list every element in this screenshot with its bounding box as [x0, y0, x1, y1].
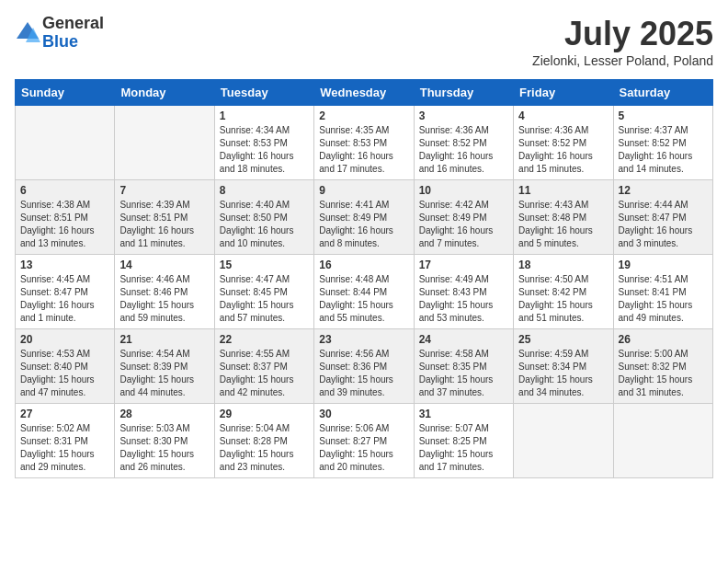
calendar-week-row: 20Sunrise: 4:53 AMSunset: 8:40 PMDayligh… — [16, 329, 713, 404]
day-number: 15 — [220, 259, 309, 271]
day-number: 29 — [220, 408, 309, 420]
day-info: Sunrise: 5:07 AMSunset: 8:25 PMDaylight:… — [419, 422, 508, 474]
calendar-day-cell: 23Sunrise: 4:56 AMSunset: 8:36 PMDayligh… — [314, 329, 414, 404]
day-info: Sunrise: 4:55 AMSunset: 8:37 PMDaylight:… — [220, 348, 309, 399]
calendar-day-cell: 31Sunrise: 5:07 AMSunset: 8:25 PMDayligh… — [414, 404, 513, 478]
calendar-day-cell: 16Sunrise: 4:48 AMSunset: 8:44 PMDayligh… — [314, 255, 414, 329]
day-info: Sunrise: 4:40 AMSunset: 8:50 PMDaylight:… — [220, 199, 309, 250]
weekday-header-wednesday: Wednesday — [314, 80, 414, 106]
calendar-day-cell — [514, 404, 613, 478]
day-info: Sunrise: 4:49 AMSunset: 8:43 PMDaylight:… — [419, 273, 508, 325]
day-number: 1 — [220, 109, 309, 122]
day-info: Sunrise: 4:54 AMSunset: 8:39 PMDaylight:… — [119, 348, 209, 399]
day-info: Sunrise: 4:43 AMSunset: 8:48 PMDaylight:… — [518, 199, 608, 250]
calendar-day-cell: 30Sunrise: 5:06 AMSunset: 8:27 PMDayligh… — [314, 404, 414, 478]
calendar-day-cell: 6Sunrise: 4:38 AMSunset: 8:51 PMDaylight… — [16, 180, 115, 255]
calendar-day-cell: 7Sunrise: 4:39 AMSunset: 8:51 PMDaylight… — [115, 180, 214, 255]
calendar-day-cell: 19Sunrise: 4:51 AMSunset: 8:41 PMDayligh… — [613, 255, 712, 329]
calendar-day-cell: 12Sunrise: 4:44 AMSunset: 8:47 PMDayligh… — [613, 180, 712, 255]
day-info: Sunrise: 4:36 AMSunset: 8:52 PMDaylight:… — [419, 124, 508, 176]
day-number: 26 — [619, 333, 708, 346]
day-info: Sunrise: 4:34 AMSunset: 8:53 PMDaylight:… — [220, 124, 309, 176]
day-info: Sunrise: 5:03 AMSunset: 8:30 PMDaylight:… — [119, 422, 209, 474]
day-info: Sunrise: 4:38 AMSunset: 8:51 PMDaylight:… — [20, 199, 109, 250]
day-info: Sunrise: 4:47 AMSunset: 8:45 PMDaylight:… — [220, 273, 309, 325]
calendar-day-cell: 21Sunrise: 4:54 AMSunset: 8:39 PMDayligh… — [115, 329, 214, 404]
calendar-day-cell: 28Sunrise: 5:03 AMSunset: 8:30 PMDayligh… — [115, 404, 214, 478]
day-info: Sunrise: 4:56 AMSunset: 8:36 PMDaylight:… — [319, 348, 408, 399]
day-number: 8 — [220, 184, 309, 197]
day-number: 23 — [319, 333, 408, 346]
logo-text: General Blue — [42, 15, 104, 52]
logo-blue-text: Blue — [42, 33, 104, 52]
day-number: 25 — [518, 333, 608, 346]
day-number: 6 — [20, 184, 109, 197]
weekday-header-friday: Friday — [514, 80, 613, 106]
calendar-day-cell: 5Sunrise: 4:37 AMSunset: 8:52 PMDaylight… — [613, 106, 712, 180]
day-info: Sunrise: 4:39 AMSunset: 8:51 PMDaylight:… — [119, 199, 209, 250]
calendar-week-row: 1Sunrise: 4:34 AMSunset: 8:53 PMDaylight… — [16, 106, 713, 180]
page-header: General Blue July 2025 Zielonki, Lesser … — [15, 15, 713, 68]
weekday-header-tuesday: Tuesday — [214, 80, 313, 106]
calendar-day-cell: 10Sunrise: 4:42 AMSunset: 8:49 PMDayligh… — [414, 180, 513, 255]
day-number: 17 — [419, 259, 508, 271]
calendar-day-cell: 22Sunrise: 4:55 AMSunset: 8:37 PMDayligh… — [214, 329, 313, 404]
month-year-title: July 2025 — [532, 15, 713, 53]
calendar-day-cell — [16, 106, 115, 180]
weekday-header-thursday: Thursday — [414, 80, 513, 106]
day-info: Sunrise: 4:45 AMSunset: 8:47 PMDaylight:… — [20, 273, 109, 325]
calendar-day-cell — [613, 404, 712, 478]
day-number: 13 — [20, 259, 109, 271]
calendar-day-cell: 17Sunrise: 4:49 AMSunset: 8:43 PMDayligh… — [414, 255, 513, 329]
location-text: Zielonki, Lesser Poland, Poland — [532, 53, 713, 68]
day-number: 9 — [319, 184, 408, 197]
day-info: Sunrise: 4:58 AMSunset: 8:35 PMDaylight:… — [419, 348, 508, 399]
day-number: 19 — [619, 259, 708, 271]
day-info: Sunrise: 4:48 AMSunset: 8:44 PMDaylight:… — [319, 273, 408, 325]
calendar-day-cell: 13Sunrise: 4:45 AMSunset: 8:47 PMDayligh… — [16, 255, 115, 329]
day-number: 27 — [20, 408, 109, 420]
calendar-day-cell: 9Sunrise: 4:41 AMSunset: 8:49 PMDaylight… — [314, 180, 414, 255]
calendar-day-cell: 8Sunrise: 4:40 AMSunset: 8:50 PMDaylight… — [214, 180, 313, 255]
calendar-day-cell: 20Sunrise: 4:53 AMSunset: 8:40 PMDayligh… — [16, 329, 115, 404]
day-info: Sunrise: 5:04 AMSunset: 8:28 PMDaylight:… — [220, 422, 309, 474]
calendar-day-cell: 24Sunrise: 4:58 AMSunset: 8:35 PMDayligh… — [414, 329, 513, 404]
day-number: 30 — [319, 408, 408, 420]
day-info: Sunrise: 4:41 AMSunset: 8:49 PMDaylight:… — [319, 199, 408, 250]
day-info: Sunrise: 4:35 AMSunset: 8:53 PMDaylight:… — [319, 124, 408, 176]
logo-icon — [15, 20, 40, 46]
day-info: Sunrise: 4:50 AMSunset: 8:42 PMDaylight:… — [518, 273, 608, 325]
day-info: Sunrise: 5:06 AMSunset: 8:27 PMDaylight:… — [319, 422, 408, 474]
day-info: Sunrise: 4:51 AMSunset: 8:41 PMDaylight:… — [619, 273, 708, 325]
day-info: Sunrise: 4:59 AMSunset: 8:34 PMDaylight:… — [518, 348, 608, 399]
calendar-day-cell: 11Sunrise: 4:43 AMSunset: 8:48 PMDayligh… — [514, 180, 613, 255]
day-number: 20 — [20, 333, 109, 346]
title-block: July 2025 Zielonki, Lesser Poland, Polan… — [532, 15, 713, 68]
calendar-week-row: 27Sunrise: 5:02 AMSunset: 8:31 PMDayligh… — [16, 404, 713, 478]
calendar-day-cell: 3Sunrise: 4:36 AMSunset: 8:52 PMDaylight… — [414, 106, 513, 180]
day-number: 22 — [220, 333, 309, 346]
day-number: 4 — [518, 109, 608, 122]
day-info: Sunrise: 5:00 AMSunset: 8:32 PMDaylight:… — [619, 348, 708, 399]
day-number: 24 — [419, 333, 508, 346]
weekday-header-saturday: Saturday — [613, 80, 712, 106]
day-info: Sunrise: 4:44 AMSunset: 8:47 PMDaylight:… — [619, 199, 708, 250]
calendar-day-cell: 26Sunrise: 5:00 AMSunset: 8:32 PMDayligh… — [613, 329, 712, 404]
calendar-week-row: 6Sunrise: 4:38 AMSunset: 8:51 PMDaylight… — [16, 180, 713, 255]
day-info: Sunrise: 4:37 AMSunset: 8:52 PMDaylight:… — [619, 124, 708, 176]
logo: General Blue — [15, 15, 104, 52]
day-number: 2 — [319, 109, 408, 122]
calendar-day-cell: 4Sunrise: 4:36 AMSunset: 8:52 PMDaylight… — [514, 106, 613, 180]
weekday-header-sunday: Sunday — [16, 80, 115, 106]
day-info: Sunrise: 4:53 AMSunset: 8:40 PMDaylight:… — [20, 348, 109, 399]
day-number: 12 — [619, 184, 708, 197]
calendar-day-cell: 25Sunrise: 4:59 AMSunset: 8:34 PMDayligh… — [514, 329, 613, 404]
day-number: 3 — [419, 109, 508, 122]
calendar-day-cell: 14Sunrise: 4:46 AMSunset: 8:46 PMDayligh… — [115, 255, 214, 329]
day-number: 18 — [518, 259, 608, 271]
day-number: 31 — [419, 408, 508, 420]
weekday-header-row: SundayMondayTuesdayWednesdayThursdayFrid… — [16, 80, 713, 106]
day-number: 10 — [419, 184, 508, 197]
calendar-week-row: 13Sunrise: 4:45 AMSunset: 8:47 PMDayligh… — [16, 255, 713, 329]
day-number: 11 — [518, 184, 608, 197]
